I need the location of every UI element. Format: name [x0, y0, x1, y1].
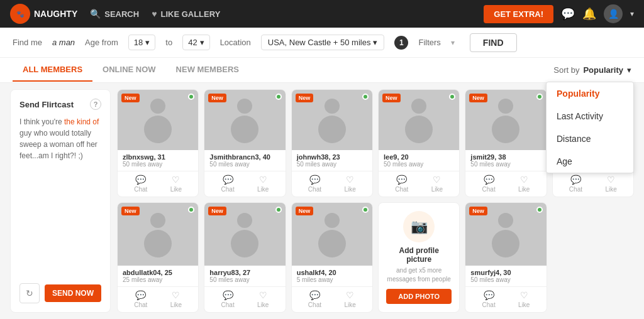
member-name: smurfyj4, 30 — [470, 269, 541, 276]
member-info: abdullatk04, 25 25 miles away — [118, 266, 198, 286]
like-button[interactable]: ♡ Like — [257, 175, 269, 193]
chat-label: Chat — [308, 301, 321, 308]
refresh-button[interactable]: ↻ — [19, 283, 40, 303]
flirtcast-panel: Send Flirtcast ? I think you're the kind… — [10, 89, 111, 313]
like-label: Like — [170, 301, 182, 308]
member-card: New smurfyj4, 30 50 miles away 💬 Chat ♡ … — [465, 202, 547, 313]
dropdown-caret[interactable]: ▾ — [630, 9, 634, 18]
add-photo-card: 📷 Add profile picture and get x5 more me… — [378, 202, 460, 313]
find-button[interactable]: FIND — [470, 33, 517, 52]
nav-search[interactable]: 🔍 SEARCH — [90, 9, 139, 19]
sort-option-distance[interactable]: Distance — [547, 127, 633, 150]
member-distance: 50 miles away — [470, 276, 541, 283]
messages-icon[interactable]: 💬 — [561, 7, 575, 21]
like-button[interactable]: ♡ Like — [344, 290, 355, 308]
online-dot — [449, 94, 455, 100]
member-photo: New — [379, 90, 459, 150]
new-badge: New — [296, 94, 314, 102]
notifications-icon[interactable]: 🔔 — [582, 7, 596, 21]
svg-point-4 — [325, 99, 340, 114]
chat-button[interactable]: 💬 Chat — [134, 290, 147, 308]
tab-all-members[interactable]: ALL MEMBERS — [13, 58, 92, 82]
chat-label: Chat — [134, 186, 147, 193]
chat-button[interactable]: 💬 Chat — [308, 175, 321, 193]
flirtcast-highlight: the kind of — [64, 117, 99, 126]
svg-point-12 — [150, 213, 165, 228]
member-distance: 50 miles away — [297, 161, 367, 168]
member-name: Jsmithbrancn3, 40 — [209, 153, 280, 161]
chat-button[interactable]: 💬 Chat — [221, 175, 235, 193]
sort-option-popularity[interactable]: Popularity — [547, 82, 633, 105]
like-button[interactable]: ♡ Like — [518, 290, 530, 308]
sort-value[interactable]: Popularity — [583, 65, 623, 75]
like-gallery-label: LIKE GALLERY — [160, 9, 220, 19]
chat-icon: 💬 — [135, 290, 146, 300]
tab-new-members[interactable]: NEW MEMBERS — [166, 58, 249, 82]
svg-point-14 — [237, 213, 252, 228]
chat-icon: 💬 — [396, 175, 407, 185]
tab-online-now[interactable]: ONLINE NOW — [92, 58, 166, 82]
age-to-select[interactable]: 42 ▾ — [182, 35, 209, 50]
member-name: lee9, 20 — [384, 153, 454, 161]
chat-button[interactable]: 💬 Chat — [482, 290, 496, 308]
like-button[interactable]: ♡ Like — [431, 175, 443, 193]
sort-area: Sort by Popularity ▾ — [553, 65, 631, 75]
like-button[interactable]: ♡ Like — [257, 290, 269, 308]
like-icon: ♡ — [520, 175, 528, 185]
member-name: zlbnxswg, 31 — [123, 153, 193, 161]
new-badge: New — [121, 94, 140, 102]
member-name: ushalkf4, 20 — [297, 269, 367, 276]
member-card: New zlbnxswg, 31 50 miles away 💬 Chat ♡ … — [117, 89, 199, 197]
sort-caret[interactable]: ▾ — [627, 65, 631, 75]
find-me-value: a man — [52, 38, 75, 47]
sort-dropdown: Popularity Last Activity Distance Age — [546, 82, 634, 173]
svg-point-0 — [150, 99, 165, 114]
age-from-label: Age from — [85, 38, 118, 47]
heart-icon: ♥ — [152, 9, 157, 19]
help-icon[interactable]: ? — [90, 99, 101, 110]
location-label: Location — [220, 38, 251, 47]
location-select[interactable]: USA, New Castle + 50 miles ▾ — [261, 35, 385, 50]
chat-button[interactable]: 💬 Chat — [482, 175, 496, 193]
member-info: zlbnxswg, 31 50 miles away — [118, 150, 198, 171]
chat-button[interactable]: 💬 Chat — [221, 290, 235, 308]
refresh-icon: ↻ — [26, 288, 33, 298]
like-icon: ♡ — [520, 290, 528, 300]
like-button[interactable]: ♡ Like — [170, 290, 182, 308]
avatar[interactable]: 👤 — [604, 4, 623, 23]
member-name: jsmit29, 38 — [470, 153, 541, 161]
logo[interactable]: 🐾 NAUGHTY — [10, 4, 77, 24]
member-actions: 💬 Chat ♡ Like — [465, 286, 546, 312]
member-info: ushalkf4, 20 5 miles away — [292, 266, 372, 286]
chat-label: Chat — [134, 301, 147, 308]
like-label: Like — [431, 186, 443, 193]
chat-button[interactable]: 💬 Chat — [395, 175, 408, 193]
age-from-select[interactable]: 18 ▾ — [128, 35, 155, 50]
find-me-label: Find me — [13, 38, 42, 47]
location-caret: ▾ — [373, 38, 377, 47]
member-card: New johnwh38, 23 50 miles away 💬 Chat ♡ … — [291, 89, 373, 197]
chat-button[interactable]: 💬 Chat — [569, 175, 582, 193]
age-from-value: 18 — [134, 38, 143, 47]
chat-button[interactable]: 💬 Chat — [308, 290, 321, 308]
member-photo: New — [292, 203, 372, 266]
sort-option-age[interactable]: Age — [547, 150, 633, 173]
chat-icon: 💬 — [309, 290, 320, 300]
svg-point-3 — [231, 116, 258, 143]
new-badge: New — [208, 94, 226, 102]
chat-button[interactable]: 💬 Chat — [134, 175, 147, 193]
like-button[interactable]: ♡ Like — [605, 175, 616, 193]
like-button[interactable]: ♡ Like — [170, 175, 182, 193]
nav-like-gallery[interactable]: ♥ LIKE GALLERY — [152, 9, 220, 19]
logo-text: NAUGHTY — [34, 9, 77, 19]
get-extra-button[interactable]: GET EXTRA! — [484, 5, 553, 23]
add-photo-button[interactable]: ADD PHOTO — [386, 289, 452, 304]
add-photo-title: Add profile picture — [386, 246, 452, 264]
sort-option-last-activity[interactable]: Last Activity — [547, 105, 633, 127]
like-button[interactable]: ♡ Like — [344, 175, 355, 193]
filters-label[interactable]: Filters — [418, 38, 440, 47]
member-photo: New — [118, 203, 198, 266]
send-now-button[interactable]: SEND NOW — [45, 284, 101, 302]
age-to-caret: ▾ — [200, 38, 204, 47]
like-button[interactable]: ♡ Like — [518, 175, 530, 193]
